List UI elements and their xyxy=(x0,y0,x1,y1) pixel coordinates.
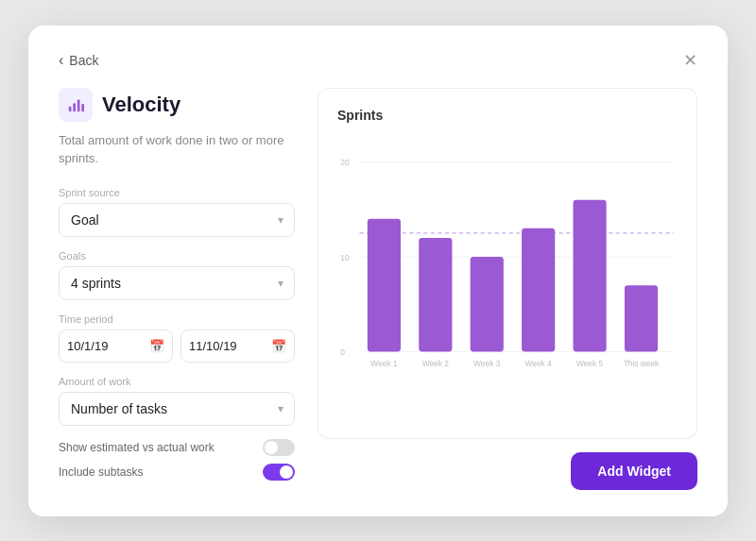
svg-text:Week 5: Week 5 xyxy=(576,358,604,367)
svg-rect-16 xyxy=(625,285,658,351)
amount-of-work-label: Amount of work xyxy=(59,376,295,387)
estimated-toggle-row: Show estimated vs actual work xyxy=(59,439,295,456)
svg-text:20: 20 xyxy=(340,157,350,166)
bar-chart-icon xyxy=(67,96,84,113)
sprint-source-field: Sprint source Goal Sprint Milestone ▾ xyxy=(59,187,295,237)
estimated-toggle[interactable] xyxy=(263,439,295,456)
add-widget-button[interactable]: Add Widget xyxy=(571,452,697,490)
velocity-icon-container xyxy=(59,88,93,122)
velocity-chart-svg: 20 10 0 xyxy=(337,134,678,380)
sprint-source-select-wrapper: Goal Sprint Milestone ▾ xyxy=(59,203,295,237)
goals-select-wrapper: 4 sprints 2 sprints 6 sprints 8 sprints … xyxy=(59,266,295,300)
modal-header: ‹ Back ✕ xyxy=(59,52,697,69)
velocity-title-row: Velocity xyxy=(59,88,295,122)
close-icon: ✕ xyxy=(683,51,697,70)
velocity-description: Total amount of work done in two or more… xyxy=(59,131,295,168)
subtasks-toggle-knob xyxy=(280,465,293,479)
close-button[interactable]: ✕ xyxy=(683,52,697,69)
amount-of-work-select-wrapper: Number of tasks Story points Hours ▾ xyxy=(59,392,295,426)
svg-text:10: 10 xyxy=(340,253,350,262)
svg-text:Week 1: Week 1 xyxy=(370,358,398,367)
start-date-value: 10/1/19 xyxy=(67,339,108,353)
svg-rect-0 xyxy=(69,106,72,110)
amount-of-work-select[interactable]: Number of tasks Story points Hours xyxy=(59,392,295,426)
add-widget-row: Add Widget xyxy=(318,452,697,490)
subtasks-toggle-row: Include subtasks xyxy=(59,464,295,481)
modal-body: Velocity Total amount of work done in tw… xyxy=(59,88,697,490)
svg-rect-1 xyxy=(73,103,76,111)
end-date-value: 11/10/19 xyxy=(189,339,237,353)
amount-of-work-field: Amount of work Number of tasks Story poi… xyxy=(59,376,295,426)
svg-rect-12 xyxy=(419,237,452,351)
end-date-input[interactable]: 11/10/19 📅 xyxy=(180,330,295,363)
back-arrow-icon: ‹ xyxy=(59,52,63,69)
back-label: Back xyxy=(69,53,98,68)
subtasks-toggle[interactable] xyxy=(263,464,295,481)
svg-rect-13 xyxy=(471,257,504,351)
svg-rect-14 xyxy=(522,228,555,351)
goals-field: Goals 4 sprints 2 sprints 6 sprints 8 sp… xyxy=(59,250,295,300)
calendar-start-icon: 📅 xyxy=(149,339,164,353)
time-period-field: Time period 10/1/19 📅 11/10/19 📅 xyxy=(59,313,295,363)
svg-text:0: 0 xyxy=(340,347,345,356)
modal-container: ‹ Back ✕ Velocity Total amount of wo xyxy=(28,25,728,516)
right-panel: Sprints 20 10 0 xyxy=(318,88,697,490)
estimated-toggle-label: Show estimated vs actual work xyxy=(59,441,215,454)
start-date-input[interactable]: 10/1/19 📅 xyxy=(59,330,173,363)
goals-select[interactable]: 4 sprints 2 sprints 6 sprints 8 sprints xyxy=(59,266,295,300)
svg-rect-15 xyxy=(573,199,606,351)
chart-container: Sprints 20 10 0 xyxy=(318,88,697,439)
chart-title: Sprints xyxy=(337,108,678,123)
time-period-label: Time period xyxy=(59,313,295,325)
sprint-source-label: Sprint source xyxy=(59,187,295,198)
estimated-toggle-knob xyxy=(265,441,278,454)
svg-rect-3 xyxy=(81,104,84,111)
date-row: 10/1/19 📅 11/10/19 📅 xyxy=(59,330,295,363)
sprint-source-select[interactable]: Goal Sprint Milestone xyxy=(59,203,295,237)
calendar-end-icon: 📅 xyxy=(271,339,286,353)
chart-area: 20 10 0 xyxy=(337,134,678,423)
svg-text:Week 3: Week 3 xyxy=(473,358,501,367)
goals-label: Goals xyxy=(59,250,295,262)
svg-text:This week: This week xyxy=(624,358,660,367)
left-panel: Velocity Total amount of work done in tw… xyxy=(59,88,295,490)
svg-rect-2 xyxy=(77,99,80,111)
svg-text:Week 4: Week 4 xyxy=(525,358,553,367)
svg-text:Week 2: Week 2 xyxy=(422,358,450,367)
back-button[interactable]: ‹ Back xyxy=(59,52,98,69)
svg-rect-11 xyxy=(368,218,401,351)
page-title: Velocity xyxy=(102,93,180,117)
subtasks-toggle-label: Include subtasks xyxy=(59,465,143,479)
